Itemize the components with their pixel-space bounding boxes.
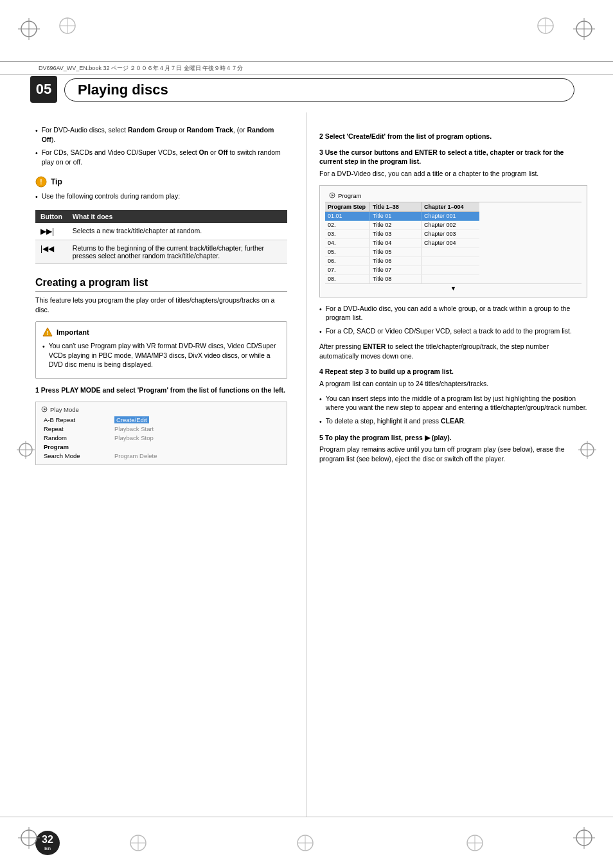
bottom-left-deco-circle [129,833,148,854]
step4-heading: 4 Repeat step 3 to build up a program li… [319,367,587,376]
svg-marker-17 [44,408,46,411]
program-table-header: Program [325,190,582,202]
step5-heading: 5 To play the program list, press ▶ (pla… [319,433,587,443]
tip-box: ! Tip • Use the following controls durin… [35,176,287,202]
prog-row-5-chapter [422,248,479,257]
bottom-right-deco-circle [465,833,484,854]
dvd-bullets: • For DVD-Audio discs, select Random Gro… [35,125,287,167]
section-desc: This feature lets you program the play o… [35,296,287,314]
prog-row-3-step: 03. [325,230,370,239]
important-icon: ! [42,327,53,337]
right-bullet-cd: • For a CD, SACD or Video CD/Super VCD, … [319,326,587,337]
bullet-dvd-audio: • For DVD-Audio discs, select Random Gro… [35,125,287,144]
bullet-dot-1: • [35,126,38,144]
prog-row-4-chapter: Chapter 004 [422,239,479,248]
prog-row-2-chapter: Chapter 002 [422,221,479,230]
prog-row-1-title: Title 01 [370,212,422,221]
tip-header: ! Tip [35,176,287,188]
after-enter-text: After pressing ENTER to select the title… [319,342,587,360]
prog-col-step: Program Step [325,202,370,212]
prog-row-8-chapter [422,275,479,283]
program-ui: Program Program Step Title 1–38 Chapter … [319,185,587,297]
btn-back-desc: Returns to the beginning of the current … [67,240,287,264]
main-content: • For DVD-Audio discs, select Random Gro… [0,112,613,817]
bottom-right-corner-mark [568,822,600,855]
right-bullet-delete: • To delete a step, highlight it and pre… [319,416,587,427]
col-button: Button [35,210,67,223]
bullet-dvd-audio-text: For DVD-Audio discs, select Random Group… [42,125,287,144]
btn-forward: ▶▶| [35,223,67,240]
btn-back: |◀◀ [35,240,67,264]
prog-col-chapter: Chapter 1–004 [422,202,479,212]
play-mode-row-program: Program [41,443,281,452]
bullet-dot-2: • [35,148,38,166]
program-icon [329,192,335,199]
prog-row-3-title: Title 03 [370,230,422,239]
step5-text: Program play remains active until you tu… [319,445,587,463]
prog-row-6-step: 06. [325,257,370,266]
bullet-cds-text: For CDs, SACDs and Video CD/Super VCDs, … [42,148,287,166]
table-row: |◀◀ Returns to the beginning of the curr… [35,240,287,264]
prog-row-1-step: 01.01 [325,212,370,221]
play-mode-title-text: Play Mode [50,406,79,413]
right-column: 2 Select 'Create/Edit' from the list of … [306,112,613,817]
step2-heading: 2 Select 'Create/Edit' from the list of … [319,132,587,141]
prog-row-1-chapter: Chapter 001 [422,212,479,221]
important-header: ! Important [42,327,280,337]
right-bullet-insert-text: You can insert steps into the middle of … [326,394,587,412]
col-what-it-does: What it does [67,210,287,223]
prog-row-7-title: Title 07 [370,266,422,275]
svg-text:!: ! [47,330,49,336]
prog-scroll-indicator: ▼ [325,283,582,293]
prog-row-3-chapter: Chapter 003 [422,230,479,239]
important-box: ! Important • You can't use Program play… [35,321,287,379]
prog-row-5-title: Title 05 [370,248,422,257]
table-row: ▶▶| Selects a new track/title/chapter at… [35,223,287,240]
tip-icon: ! [35,176,47,188]
prog-row-6-title: Title 06 [370,257,422,266]
prog-row-4-title: Title 04 [370,239,422,248]
important-label: Important [57,328,89,336]
chapter-badge: 05 [30,76,57,103]
step3-heading: 3 Use the cursor buttons and ENTER to se… [319,148,587,166]
right-bullet-dvd-audio-text: For a DVD-Audio disc, you can add a whol… [326,304,587,323]
top-left-circle-deco [58,16,77,37]
important-text: You can't use Program play with VR forma… [49,341,280,369]
left-column: • For DVD-Audio discs, select Random Gro… [0,112,306,817]
page-lang: En [44,846,51,851]
bottom-center-deco-circle [296,833,315,854]
svg-text:!: ! [40,179,42,186]
tip-text: Use the following controls during random… [42,191,180,202]
mid-left-mark [13,437,39,464]
prog-row-4-step: 04. [325,239,370,248]
chapter-title-bar: Playing discs [64,78,574,102]
tip-bullet: • Use the following controls during rand… [35,191,287,202]
file-info: DV696AV_WV_EN.book 32 ページ ２００６年４月７日 金曜日 … [39,64,243,73]
play-mode-row-random: Random Playback Stop [41,434,281,443]
prog-row-5-step: 05. [325,248,370,257]
prog-row-8-title: Title 08 [370,275,422,283]
step3-text: For a DVD-Video disc, you can add a titl… [319,169,587,179]
prog-col-title: Title 1–38 [370,202,422,212]
play-mode-row-search: Search Mode Program Delete [41,452,281,461]
right-bullet-delete-text: To delete a step, highlight it and press… [326,416,466,427]
play-mode-ui: Play Mode A-B Repeat Create/Edit Repeat … [35,402,287,465]
right-bullet-dvd-audio: • For a DVD-Audio disc, you can add a wh… [319,304,587,323]
prog-row-2-step: 02. [325,221,370,230]
btn-forward-desc: Selects a new track/title/chapter at ran… [67,223,287,240]
step4-text: A program list can contain up to 24 titl… [319,379,587,389]
button-table: Button What it does ▶▶| Selects a new tr… [35,210,287,264]
bullet-cds: • For CDs, SACDs and Video CD/Super VCDs… [35,148,287,166]
important-bullet: • You can't use Program play with VR for… [42,341,280,369]
program-title-text: Program [338,192,361,199]
mid-right-mark [574,437,600,464]
prog-row-7-chapter [422,266,479,275]
prog-row-7-step: 07. [325,266,370,275]
section-heading: Creating a program list [35,277,287,292]
prog-row-2-title: Title 02 [370,221,422,230]
tip-label: Tip [51,177,62,186]
play-mode-row-repeat: Repeat Playback Start [41,425,281,434]
bottom-left-corner-mark [13,822,45,855]
chapter-num: 05 [36,81,51,98]
play-mode-icon [41,406,48,412]
